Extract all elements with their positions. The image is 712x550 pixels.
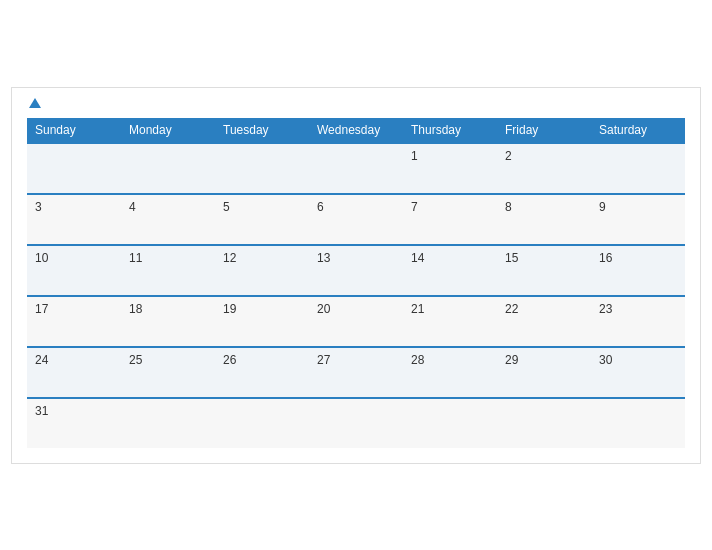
day-number: 28	[411, 353, 424, 367]
day-number: 4	[129, 200, 136, 214]
day-number: 27	[317, 353, 330, 367]
calendar-cell: 23	[591, 296, 685, 347]
calendar-cell: 5	[215, 194, 309, 245]
day-number: 26	[223, 353, 236, 367]
calendar-cell: 3	[27, 194, 121, 245]
day-number: 10	[35, 251, 48, 265]
calendar-cell: 7	[403, 194, 497, 245]
calendar-cell	[121, 143, 215, 194]
calendar-cell	[215, 398, 309, 448]
day-number: 17	[35, 302, 48, 316]
calendar-week-6: 31	[27, 398, 685, 448]
day-number: 23	[599, 302, 612, 316]
calendar-week-2: 3456789	[27, 194, 685, 245]
day-number: 31	[35, 404, 48, 418]
days-header-row: SundayMondayTuesdayWednesdayThursdayFrid…	[27, 118, 685, 143]
calendar-cell: 17	[27, 296, 121, 347]
day-header-thursday: Thursday	[403, 118, 497, 143]
day-header-friday: Friday	[497, 118, 591, 143]
calendar-cell	[497, 398, 591, 448]
calendar-cell: 2	[497, 143, 591, 194]
day-header-monday: Monday	[121, 118, 215, 143]
calendar-cell	[309, 398, 403, 448]
day-number: 16	[599, 251, 612, 265]
day-number: 22	[505, 302, 518, 316]
day-number: 25	[129, 353, 142, 367]
day-number: 3	[35, 200, 42, 214]
calendar-cell: 8	[497, 194, 591, 245]
calendar-week-4: 17181920212223	[27, 296, 685, 347]
day-number: 14	[411, 251, 424, 265]
calendar-cell: 16	[591, 245, 685, 296]
calendar-cell: 25	[121, 347, 215, 398]
calendar-cell	[309, 143, 403, 194]
calendar-cell: 31	[27, 398, 121, 448]
calendar-cell: 24	[27, 347, 121, 398]
calendar-cell: 18	[121, 296, 215, 347]
calendar-cell: 13	[309, 245, 403, 296]
calendar-cell: 21	[403, 296, 497, 347]
calendar-week-5: 24252627282930	[27, 347, 685, 398]
calendar-cell: 22	[497, 296, 591, 347]
calendar-cell	[591, 398, 685, 448]
day-number: 1	[411, 149, 418, 163]
day-number: 13	[317, 251, 330, 265]
calendar-cell: 10	[27, 245, 121, 296]
day-number: 8	[505, 200, 512, 214]
day-number: 19	[223, 302, 236, 316]
calendar-cell: 15	[497, 245, 591, 296]
calendar-cell: 26	[215, 347, 309, 398]
day-number: 29	[505, 353, 518, 367]
calendar-grid: SundayMondayTuesdayWednesdayThursdayFrid…	[27, 118, 685, 448]
calendar-cell: 1	[403, 143, 497, 194]
day-header-saturday: Saturday	[591, 118, 685, 143]
calendar-cell: 27	[309, 347, 403, 398]
day-header-wednesday: Wednesday	[309, 118, 403, 143]
calendar-cell	[403, 398, 497, 448]
calendar-cell	[121, 398, 215, 448]
calendar-cell	[215, 143, 309, 194]
day-number: 11	[129, 251, 142, 265]
calendar-cell	[27, 143, 121, 194]
day-number: 15	[505, 251, 518, 265]
day-number: 21	[411, 302, 424, 316]
logo-triangle-icon	[29, 98, 41, 108]
calendar-cell	[591, 143, 685, 194]
calendar-cell: 19	[215, 296, 309, 347]
day-number: 12	[223, 251, 236, 265]
calendar-week-3: 10111213141516	[27, 245, 685, 296]
calendar-container: SundayMondayTuesdayWednesdayThursdayFrid…	[11, 87, 701, 464]
day-number: 7	[411, 200, 418, 214]
calendar-week-1: 12	[27, 143, 685, 194]
calendar-cell: 28	[403, 347, 497, 398]
day-header-sunday: Sunday	[27, 118, 121, 143]
calendar-cell: 30	[591, 347, 685, 398]
day-number: 18	[129, 302, 142, 316]
calendar-cell: 12	[215, 245, 309, 296]
calendar-cell: 14	[403, 245, 497, 296]
calendar-cell: 6	[309, 194, 403, 245]
calendar-cell: 11	[121, 245, 215, 296]
day-number: 9	[599, 200, 606, 214]
day-number: 2	[505, 149, 512, 163]
calendar-cell: 29	[497, 347, 591, 398]
day-header-tuesday: Tuesday	[215, 118, 309, 143]
calendar-cell: 4	[121, 194, 215, 245]
logo	[27, 98, 41, 108]
calendar-cell: 20	[309, 296, 403, 347]
calendar-header	[27, 98, 685, 108]
day-number: 30	[599, 353, 612, 367]
day-number: 6	[317, 200, 324, 214]
day-number: 5	[223, 200, 230, 214]
calendar-cell: 9	[591, 194, 685, 245]
day-number: 20	[317, 302, 330, 316]
day-number: 24	[35, 353, 48, 367]
